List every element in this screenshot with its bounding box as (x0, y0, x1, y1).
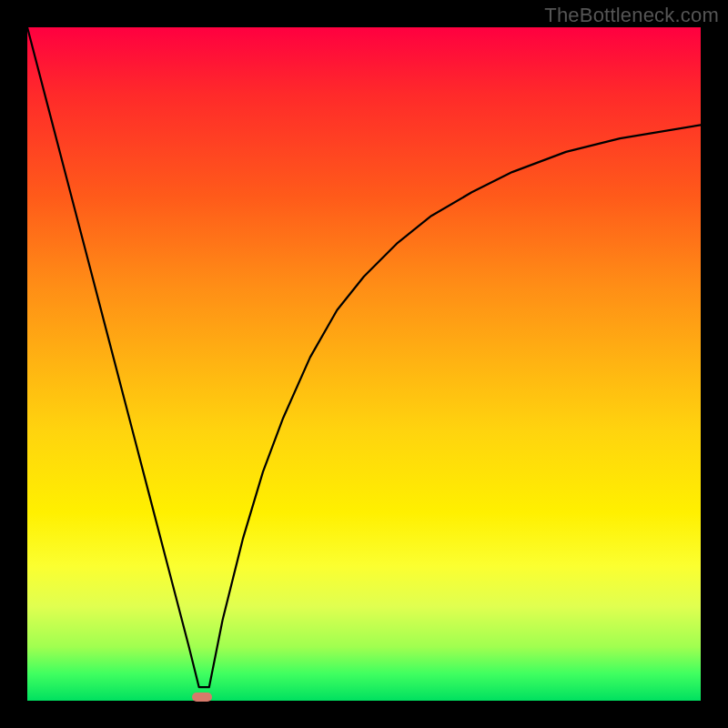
chart-curve-svg (27, 27, 701, 701)
watermark-text: TheBottleneck.com (544, 4, 719, 27)
chart-frame: TheBottleneck.com (0, 0, 728, 728)
curve-minimum-marker (192, 693, 212, 702)
chart-plot-area (27, 27, 701, 701)
